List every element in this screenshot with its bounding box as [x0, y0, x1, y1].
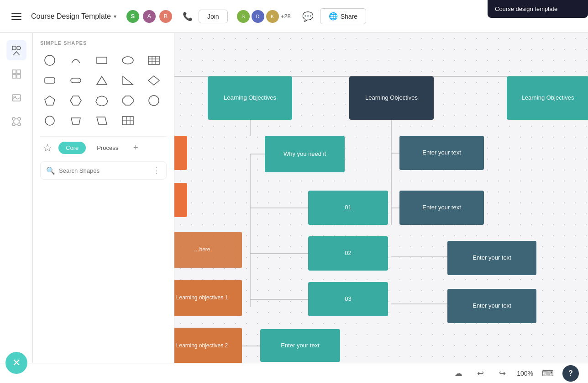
- close-panel-button[interactable]: ✕: [5, 352, 27, 374]
- redo-icon[interactable]: ↪: [495, 366, 509, 381]
- n02-label: 02: [345, 250, 351, 257]
- shapes-grid: [40, 52, 167, 129]
- svg-marker-32: [96, 96, 108, 106]
- svg-rect-26: [71, 78, 81, 83]
- lo2-label: Learning Objectives: [365, 94, 418, 102]
- lo-obj2-label: Learning objectives 2: [176, 342, 228, 350]
- svg-marker-37: [97, 117, 107, 124]
- shape-rect-rounded[interactable]: [40, 72, 59, 89]
- why-label: Why you need it: [284, 150, 326, 158]
- share-button[interactable]: 🌐 Share: [320, 8, 366, 24]
- shape-heptagon[interactable]: [92, 92, 111, 109]
- lo1-label: Learning Objectives: [224, 94, 276, 102]
- box-eyt4[interactable]: Enter your text: [447, 289, 536, 323]
- eyt-lo1-label: Enter your text: [281, 342, 320, 350]
- shape-table[interactable]: [144, 52, 163, 69]
- tab-process[interactable]: Process: [89, 142, 126, 154]
- box-eyt2[interactable]: Enter your text: [399, 191, 484, 225]
- svg-point-11: [12, 123, 15, 126]
- box-why[interactable]: Why you need it: [265, 136, 345, 172]
- shape-parallelogram[interactable]: [92, 112, 111, 129]
- viewer-avatar-3: K: [266, 10, 279, 23]
- avatar-1: S: [126, 9, 140, 24]
- search-input[interactable]: [59, 167, 149, 174]
- box-eyt-lo1[interactable]: Enter your text: [260, 329, 340, 362]
- tab-add-icon[interactable]: +: [129, 141, 142, 154]
- phone-icon[interactable]: 📞: [180, 9, 195, 24]
- cloud-icon[interactable]: ☁: [451, 366, 466, 381]
- chat-icon[interactable]: 💬: [300, 8, 316, 25]
- svg-marker-27: [97, 76, 107, 85]
- svg-point-19: [122, 57, 133, 64]
- title-dropdown-icon[interactable]: ▾: [114, 13, 116, 20]
- box-eyt3[interactable]: Enter your text: [447, 241, 536, 275]
- left-sidebar: [0, 33, 33, 383]
- collaborator-avatars: S A B: [126, 9, 173, 24]
- box-lo1[interactable]: Learning Objectives: [208, 76, 292, 120]
- viewer-avatar-2: D: [252, 10, 264, 23]
- tab-core[interactable]: Core: [58, 142, 86, 154]
- svg-point-35: [45, 116, 54, 125]
- shape-decagon[interactable]: [144, 92, 163, 109]
- svg-marker-2: [13, 52, 20, 55]
- svg-point-12: [18, 123, 21, 126]
- box-eyt1[interactable]: Enter your text: [399, 136, 484, 170]
- svg-point-1: [17, 46, 21, 50]
- svg-marker-31: [70, 96, 81, 105]
- svg-marker-36: [71, 118, 80, 124]
- box-03[interactable]: 03: [308, 282, 388, 316]
- sidebar-shapes-icon[interactable]: [6, 40, 26, 60]
- tooltip-box: Course design template: [488, 0, 588, 18]
- box-01[interactable]: 01: [308, 191, 388, 225]
- svg-rect-20: [148, 56, 159, 64]
- sidebar-component-icon[interactable]: [6, 112, 26, 132]
- sidebar-image-icon[interactable]: [6, 88, 26, 108]
- shape-pentagon[interactable]: [40, 92, 59, 109]
- more-options-icon[interactable]: ⋮: [152, 165, 161, 176]
- eyt4-label: Enter your text: [472, 302, 511, 310]
- undo-icon[interactable]: ↩: [473, 366, 488, 381]
- hamburger-menu[interactable]: [7, 7, 26, 26]
- partial-label: …here: [194, 246, 210, 254]
- svg-rect-38: [122, 117, 133, 125]
- shape-circle[interactable]: [40, 52, 59, 69]
- box-lo3[interactable]: Learning Objectives: [507, 76, 588, 120]
- shape-rectangle[interactable]: [92, 52, 111, 69]
- viewer-avatar-1: S: [237, 10, 250, 23]
- svg-point-10: [18, 117, 21, 120]
- shape-arc[interactable]: [66, 52, 85, 69]
- shapes-star-icon[interactable]: [40, 140, 55, 155]
- shape-octagon[interactable]: [118, 92, 137, 109]
- shapes-panel-label: SIMPLE SHAPES: [40, 40, 167, 46]
- shape-circle-sm[interactable]: [40, 112, 59, 129]
- shape-trapezoid[interactable]: [66, 112, 85, 129]
- shape-hexagon[interactable]: [66, 92, 85, 109]
- shape-diamond[interactable]: [144, 72, 163, 89]
- box-lo2[interactable]: Learning Objectives: [349, 76, 434, 120]
- shape-search-bar[interactable]: 🔍 ⋮: [40, 161, 167, 180]
- shape-grid-sm[interactable]: [118, 112, 137, 129]
- shape-right-triangle[interactable]: [118, 72, 137, 89]
- shape-stadium[interactable]: [66, 72, 85, 89]
- svg-marker-30: [45, 96, 55, 105]
- join-button[interactable]: Join: [199, 10, 228, 23]
- svg-marker-28: [123, 76, 133, 85]
- keyboard-icon[interactable]: ⌨: [541, 366, 555, 381]
- eyt2-label: Enter your text: [422, 204, 461, 212]
- globe-icon: 🌐: [329, 12, 338, 21]
- shape-triangle[interactable]: [92, 72, 111, 89]
- sidebar-grid-icon[interactable]: [6, 64, 26, 84]
- svg-rect-3: [12, 70, 16, 74]
- shape-ellipse[interactable]: [118, 52, 137, 69]
- viewer-count: +28: [281, 13, 291, 20]
- box-02[interactable]: 02: [308, 236, 388, 271]
- avatar-2: A: [142, 9, 157, 24]
- svg-point-9: [12, 117, 15, 120]
- eyt1-label: Enter your text: [422, 149, 461, 157]
- help-button[interactable]: ?: [562, 365, 579, 382]
- svg-marker-33: [122, 96, 133, 105]
- svg-point-34: [149, 96, 159, 106]
- shape-category-tabs: Core Process +: [40, 136, 167, 155]
- svg-rect-6: [17, 74, 21, 78]
- n03-label: 03: [345, 295, 351, 303]
